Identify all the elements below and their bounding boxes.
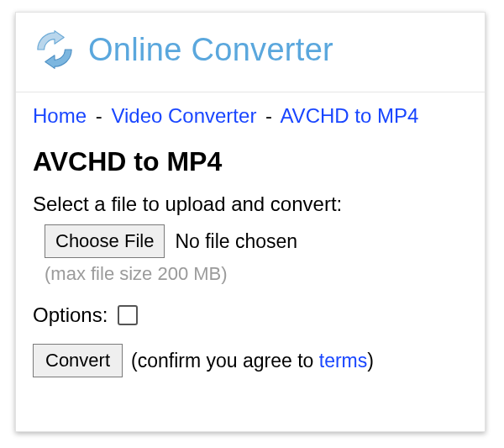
options-checkbox[interactable]: [118, 305, 138, 325]
convert-button[interactable]: Convert: [33, 344, 123, 377]
breadcrumb-sep: -: [96, 104, 102, 127]
file-row: Choose File No file chosen: [45, 224, 468, 258]
options-label: Options:: [33, 303, 108, 327]
terms-link[interactable]: terms: [319, 350, 368, 372]
choose-file-button[interactable]: Choose File: [45, 224, 165, 258]
site-name: Online Converter: [88, 32, 333, 68]
site-header: Online Converter: [16, 13, 485, 92]
file-status: No file chosen: [175, 230, 297, 253]
breadcrumb-current-link[interactable]: AVCHD to MP4: [280, 104, 418, 127]
agree-text: (confirm you agree to terms): [131, 350, 374, 372]
agree-prefix: (confirm you agree to: [131, 350, 319, 372]
refresh-arrows-icon: [31, 26, 78, 73]
form-body: Select a file to upload and convert: Cho…: [16, 192, 485, 377]
breadcrumb: Home - Video Converter - AVCHD to MP4: [16, 92, 485, 134]
convert-row: Convert (confirm you agree to terms): [33, 344, 468, 377]
options-row: Options:: [33, 303, 468, 327]
agree-suffix: ): [367, 350, 374, 372]
converter-card: Online Converter Home - Video Converter …: [15, 12, 486, 432]
breadcrumb-sep: -: [265, 104, 272, 127]
page-title: AVCHD to MP4: [16, 134, 485, 192]
breadcrumb-home-link[interactable]: Home: [33, 104, 87, 127]
size-limit: (max file size 200 MB): [45, 263, 468, 285]
upload-prompt: Select a file to upload and convert:: [33, 192, 468, 216]
breadcrumb-video-converter-link[interactable]: Video Converter: [111, 104, 256, 127]
